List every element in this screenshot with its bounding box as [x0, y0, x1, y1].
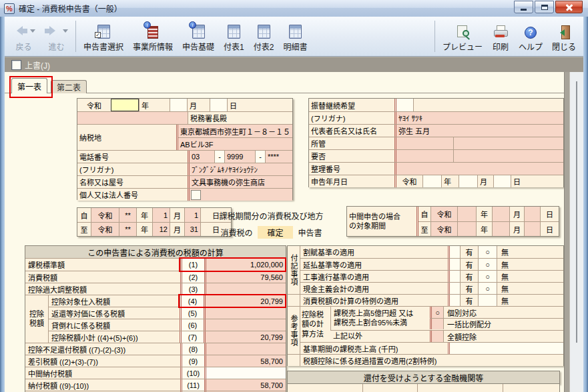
date-month-input[interactable] — [170, 99, 187, 111]
option-mark-cell[interactable] — [430, 331, 443, 342]
representative-kana-value[interactable]: ﾔﾖｲ ｻﾂｷ — [394, 112, 563, 124]
scrollbar-thumb[interactable] — [576, 81, 577, 343]
amount-cell[interactable] — [204, 343, 286, 355]
row-number: (6) — [180, 319, 204, 331]
preview-icon — [456, 24, 469, 39]
filing-month-input[interactable] — [459, 175, 477, 187]
amount-cell[interactable]: 20,799 — [204, 331, 286, 343]
tab-sheet1[interactable]: 第一表 — [11, 78, 47, 93]
note-label: 現金主義会計の適用 — [300, 283, 448, 294]
to-year-value[interactable]: ** — [119, 223, 136, 236]
from-day-value[interactable]: 1 — [184, 208, 200, 222]
to-month-value[interactable]: 12 — [152, 223, 170, 236]
caption-line1: 課税期間分の消費税及び地方 — [200, 210, 343, 221]
selected-circle[interactable]: ○ — [478, 259, 497, 270]
phone-part1[interactable]: 03 — [188, 151, 214, 163]
address-line2[interactable]: ABビル3F — [178, 138, 292, 150]
maximize-button[interactable] — [535, 1, 554, 13]
note-input[interactable] — [448, 259, 460, 270]
phone-part2[interactable]: 9999 — [224, 151, 255, 163]
no-label: 無 — [497, 283, 563, 294]
jurisdiction-cell2[interactable] — [453, 137, 563, 149]
amount-cell[interactable]: 1,020,000 — [204, 259, 286, 271]
appendix2-button[interactable]: 付表2 — [249, 18, 279, 55]
close-window-button[interactable]: 閉じる — [547, 18, 581, 55]
phone-part3[interactable]: **** — [265, 151, 292, 163]
back-button[interactable]: 戻る — [7, 18, 40, 55]
return-type-value[interactable]: 確定 — [258, 226, 292, 239]
no-label: 無 — [497, 271, 563, 282]
corporate-number-input[interactable] — [191, 190, 201, 200]
refund-cell[interactable] — [417, 384, 503, 392]
filing-basis-label: 申告基礎 — [182, 41, 214, 52]
refund-bank-title: 還付を受けようとする金融機関等 — [287, 371, 560, 384]
selected-circle[interactable]: ○ — [478, 271, 497, 282]
transfer-continue-input[interactable] — [394, 99, 413, 111]
appendix1-button[interactable]: 付表1 — [219, 18, 249, 55]
amount-cell[interactable]: 20,799 — [204, 295, 286, 307]
vertical-scrollbar[interactable] — [569, 72, 584, 392]
selected-circle[interactable]: ○ — [478, 283, 497, 294]
amount-cell[interactable]: 58,700 — [204, 355, 286, 367]
minimize-button[interactable] — [514, 1, 533, 13]
filing-day-input[interactable] — [493, 175, 511, 187]
to-day-value[interactable]: 31 — [184, 223, 200, 236]
form-canvas: 第一表 第二表 令和 年 月 日 税務署長殿 — [5, 72, 565, 392]
special-no-input[interactable] — [478, 295, 497, 306]
interim-to-day[interactable] — [524, 222, 540, 236]
form-select-button[interactable]: ✓ 申告書選択 — [79, 18, 128, 55]
jurisdiction-cell1[interactable] — [394, 137, 453, 149]
forward-button[interactable]: 進む — [40, 18, 73, 55]
transition-input[interactable] — [288, 355, 300, 366]
detail-sheet-button[interactable]: 明細書 — [278, 18, 312, 55]
refund-cell[interactable] — [503, 384, 559, 392]
note-input[interactable] — [448, 271, 460, 282]
overwrite-checkbox[interactable] — [11, 60, 21, 70]
amount-cell[interactable]: 58,700 — [204, 379, 286, 391]
amount-cell[interactable]: 79,560 — [204, 271, 286, 283]
office-info-button[interactable]: i 事業所情報 — [128, 18, 178, 55]
blank-cell[interactable] — [77, 112, 188, 124]
preview-button[interactable]: プレビュー — [438, 18, 487, 55]
representative-name-value[interactable]: 弥生 五月 — [394, 125, 563, 137]
selected-circle[interactable]: ○ — [430, 307, 443, 318]
interim-from-day[interactable] — [524, 207, 540, 221]
amount-cell[interactable] — [204, 307, 286, 319]
corporate-number-cell[interactable] — [188, 189, 292, 201]
address-line1[interactable]: 東京都城西市弥生町１－８－１５ — [178, 125, 292, 137]
trade-name-value[interactable]: 文具事務機の弥生商店 — [188, 176, 292, 188]
from-year-value[interactable]: ** — [119, 208, 136, 222]
interim-to-month[interactable] — [492, 222, 509, 236]
filing-year-input[interactable] — [422, 175, 441, 187]
help-button[interactable]: ? ヘルプ — [514, 18, 547, 55]
amount-cell[interactable] — [204, 283, 286, 295]
amount-cell[interactable] — [204, 367, 286, 379]
back-dropdown-icon[interactable] — [30, 29, 35, 35]
option-mark-cell[interactable] — [430, 319, 443, 329]
date-day-input[interactable] — [210, 99, 227, 111]
kana-value[interactable]: ﾌﾞﾝｸﾞｼﾞﾑｷﾉﾔﾖｲｼｮｳﾃﾝ — [188, 163, 292, 175]
tab-sheet2[interactable]: 第二表 — [51, 80, 87, 93]
selected-circle[interactable]: ○ — [478, 246, 497, 258]
from-month-value[interactable]: 1 — [152, 208, 170, 222]
reference-number-cell[interactable] — [394, 163, 563, 175]
note-input[interactable] — [448, 283, 460, 294]
necessity-cell1[interactable] — [394, 150, 453, 162]
year-unit: 年 — [139, 99, 170, 111]
interim-from-month[interactable] — [492, 207, 509, 221]
print-button[interactable]: 印刷 — [487, 18, 514, 55]
date-year-input[interactable] — [111, 99, 139, 111]
interim-to-year[interactable] — [457, 222, 476, 236]
amount-cell[interactable] — [204, 319, 286, 331]
note-input[interactable] — [448, 246, 460, 258]
refund-cell[interactable] — [362, 384, 417, 392]
interim-from-year[interactable] — [457, 207, 476, 221]
forward-dropdown-icon[interactable] — [63, 29, 68, 35]
special-yes-input[interactable] — [448, 295, 460, 306]
close-button[interactable] — [555, 1, 583, 13]
filing-basis-button[interactable]: i 申告基礎 — [178, 18, 219, 55]
case2-label: 上記以外 — [330, 331, 430, 342]
base-period-value[interactable] — [448, 343, 563, 354]
necessity-cell2[interactable] — [453, 150, 563, 162]
refund-cell[interactable] — [288, 384, 362, 392]
